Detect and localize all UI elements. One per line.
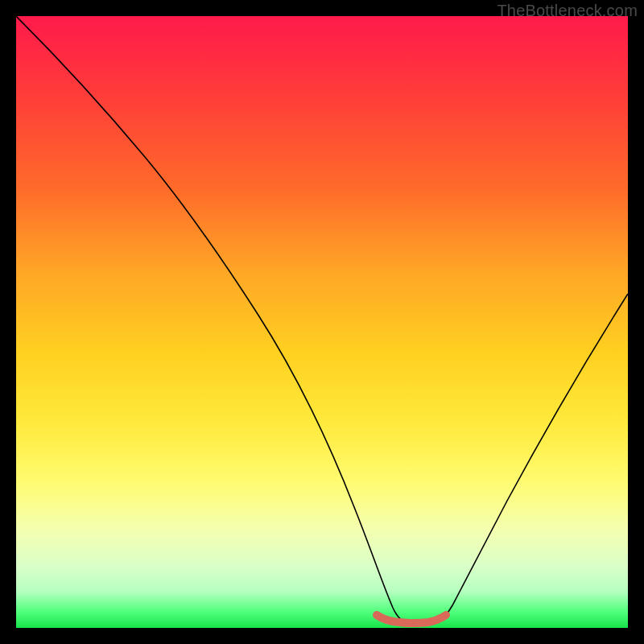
bottleneck-curve <box>16 16 628 623</box>
plot-area <box>16 16 628 628</box>
chart-stage: TheBottleneck.com <box>0 0 644 644</box>
flat-highlight <box>377 615 446 623</box>
watermark-text: TheBottleneck.com <box>497 2 638 20</box>
curve-layer <box>16 16 628 628</box>
